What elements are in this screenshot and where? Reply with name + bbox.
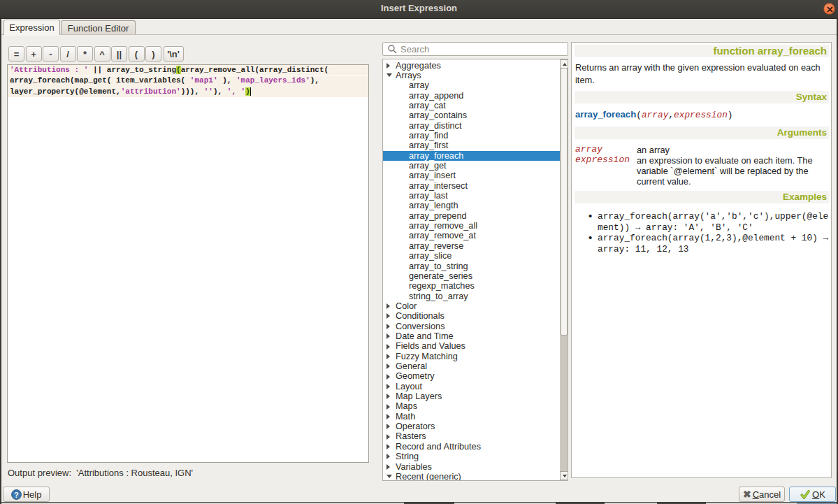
svg-text:?: ? [14,490,18,498]
